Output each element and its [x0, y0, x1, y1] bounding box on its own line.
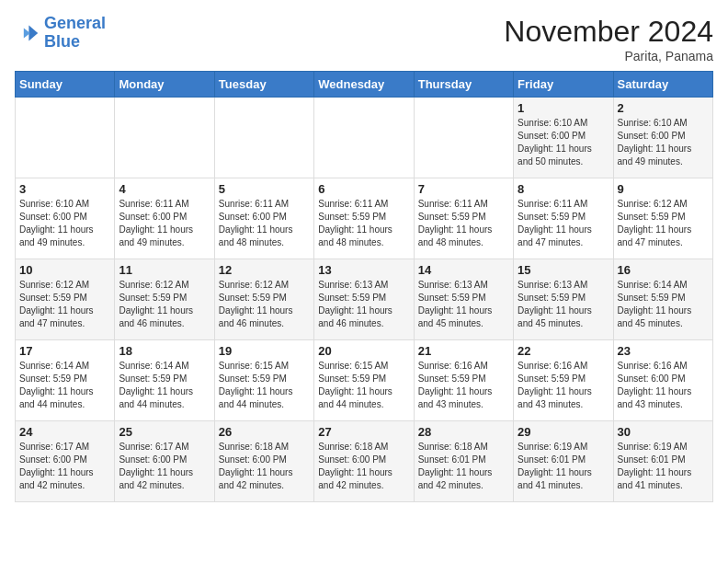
logo-text: General Blue	[44, 15, 106, 52]
cell-info: Sunrise: 6:18 AM Sunset: 6:00 PM Dayligh…	[318, 441, 409, 492]
day-number: 19	[219, 344, 310, 358]
cell-info: Sunrise: 6:16 AM Sunset: 5:59 PM Dayligh…	[418, 360, 509, 411]
day-number: 7	[418, 182, 509, 196]
day-number: 5	[219, 182, 310, 196]
cell-info: Sunrise: 6:10 AM Sunset: 6:00 PM Dayligh…	[518, 117, 609, 168]
calendar-cell: 3Sunrise: 6:10 AM Sunset: 6:00 PM Daylig…	[16, 178, 115, 259]
day-number: 27	[318, 425, 409, 439]
cell-info: Sunrise: 6:18 AM Sunset: 6:01 PM Dayligh…	[418, 441, 509, 492]
header-row: SundayMondayTuesdayWednesdayThursdayFrid…	[16, 72, 713, 98]
calendar-cell: 22Sunrise: 6:16 AM Sunset: 5:59 PM Dayli…	[514, 340, 613, 421]
cell-info: Sunrise: 6:13 AM Sunset: 5:59 PM Dayligh…	[518, 279, 609, 330]
calendar-cell: 18Sunrise: 6:14 AM Sunset: 5:59 PM Dayli…	[115, 340, 214, 421]
calendar-cell: 30Sunrise: 6:19 AM Sunset: 6:01 PM Dayli…	[613, 421, 712, 502]
cell-info: Sunrise: 6:12 AM Sunset: 5:59 PM Dayligh…	[219, 279, 310, 330]
cell-info: Sunrise: 6:15 AM Sunset: 5:59 PM Dayligh…	[318, 360, 409, 411]
calendar-cell: 2Sunrise: 6:10 AM Sunset: 6:00 PM Daylig…	[613, 98, 712, 178]
day-number: 11	[119, 263, 210, 277]
calendar-cell	[314, 98, 414, 178]
calendar-cell: 10Sunrise: 6:12 AM Sunset: 5:59 PM Dayli…	[16, 259, 115, 340]
calendar-cell: 17Sunrise: 6:14 AM Sunset: 5:59 PM Dayli…	[16, 340, 115, 421]
calendar-cell: 14Sunrise: 6:13 AM Sunset: 5:59 PM Dayli…	[414, 259, 513, 340]
calendar-cell	[214, 98, 313, 178]
day-number: 21	[418, 344, 509, 358]
cell-info: Sunrise: 6:16 AM Sunset: 5:59 PM Dayligh…	[518, 360, 609, 411]
cell-info: Sunrise: 6:18 AM Sunset: 6:00 PM Dayligh…	[219, 441, 310, 492]
calendar-cell: 5Sunrise: 6:11 AM Sunset: 6:00 PM Daylig…	[214, 178, 313, 259]
day-number: 10	[19, 263, 110, 277]
day-number: 25	[119, 425, 210, 439]
day-number: 16	[618, 263, 709, 277]
calendar-cell	[16, 98, 115, 178]
day-number: 14	[418, 263, 509, 277]
logo: General Blue	[15, 15, 106, 52]
cell-info: Sunrise: 6:11 AM Sunset: 6:00 PM Dayligh…	[219, 198, 310, 249]
cell-info: Sunrise: 6:14 AM Sunset: 5:59 PM Dayligh…	[19, 360, 110, 411]
day-number: 28	[418, 425, 509, 439]
calendar-cell: 13Sunrise: 6:13 AM Sunset: 5:59 PM Dayli…	[314, 259, 414, 340]
calendar-cell: 23Sunrise: 6:16 AM Sunset: 6:00 PM Dayli…	[613, 340, 712, 421]
location: Parita, Panama	[504, 49, 713, 63]
cell-info: Sunrise: 6:12 AM Sunset: 5:59 PM Dayligh…	[618, 198, 709, 249]
day-header-tuesday: Tuesday	[214, 72, 313, 98]
calendar-cell: 20Sunrise: 6:15 AM Sunset: 5:59 PM Dayli…	[314, 340, 414, 421]
day-number: 9	[618, 182, 709, 196]
day-number: 24	[19, 425, 110, 439]
calendar-cell: 16Sunrise: 6:14 AM Sunset: 5:59 PM Dayli…	[613, 259, 712, 340]
cell-info: Sunrise: 6:15 AM Sunset: 5:59 PM Dayligh…	[219, 360, 310, 411]
cell-info: Sunrise: 6:12 AM Sunset: 5:59 PM Dayligh…	[19, 279, 110, 330]
calendar-cell: 26Sunrise: 6:18 AM Sunset: 6:00 PM Dayli…	[214, 421, 313, 502]
day-header-saturday: Saturday	[613, 72, 712, 98]
calendar-cell: 29Sunrise: 6:19 AM Sunset: 6:01 PM Dayli…	[514, 421, 613, 502]
day-number: 13	[318, 263, 409, 277]
calendar-cell: 11Sunrise: 6:12 AM Sunset: 5:59 PM Dayli…	[115, 259, 214, 340]
day-header-friday: Friday	[514, 72, 613, 98]
day-number: 8	[518, 182, 609, 196]
cell-info: Sunrise: 6:16 AM Sunset: 6:00 PM Dayligh…	[618, 360, 709, 411]
cell-info: Sunrise: 6:10 AM Sunset: 6:00 PM Dayligh…	[19, 198, 110, 249]
day-number: 6	[318, 182, 409, 196]
day-number: 12	[219, 263, 310, 277]
day-header-monday: Monday	[115, 72, 214, 98]
logo-icon	[15, 20, 40, 46]
calendar-cell: 28Sunrise: 6:18 AM Sunset: 6:01 PM Dayli…	[414, 421, 513, 502]
cell-info: Sunrise: 6:14 AM Sunset: 5:59 PM Dayligh…	[119, 360, 210, 411]
day-number: 3	[19, 182, 110, 196]
calendar-cell	[115, 98, 214, 178]
day-number: 17	[19, 344, 110, 358]
calendar-cell: 15Sunrise: 6:13 AM Sunset: 5:59 PM Dayli…	[514, 259, 613, 340]
calendar-cell: 9Sunrise: 6:12 AM Sunset: 5:59 PM Daylig…	[613, 178, 712, 259]
week-row-5: 24Sunrise: 6:17 AM Sunset: 6:00 PM Dayli…	[16, 421, 713, 502]
cell-info: Sunrise: 6:11 AM Sunset: 5:59 PM Dayligh…	[518, 198, 609, 249]
cell-info: Sunrise: 6:17 AM Sunset: 6:00 PM Dayligh…	[119, 441, 210, 492]
day-header-sunday: Sunday	[16, 72, 115, 98]
cell-info: Sunrise: 6:19 AM Sunset: 6:01 PM Dayligh…	[618, 441, 709, 492]
title-block: November 2024 Parita, Panama	[504, 15, 713, 63]
calendar-cell: 24Sunrise: 6:17 AM Sunset: 6:00 PM Dayli…	[16, 421, 115, 502]
cell-info: Sunrise: 6:11 AM Sunset: 5:59 PM Dayligh…	[318, 198, 409, 249]
cell-info: Sunrise: 6:13 AM Sunset: 5:59 PM Dayligh…	[418, 279, 509, 330]
cell-info: Sunrise: 6:12 AM Sunset: 5:59 PM Dayligh…	[119, 279, 210, 330]
day-number: 4	[119, 182, 210, 196]
logo-line1: General	[44, 15, 106, 33]
day-number: 26	[219, 425, 310, 439]
calendar-header: SundayMondayTuesdayWednesdayThursdayFrid…	[16, 72, 713, 98]
day-header-wednesday: Wednesday	[314, 72, 414, 98]
calendar-cell: 27Sunrise: 6:18 AM Sunset: 6:00 PM Dayli…	[314, 421, 414, 502]
calendar-body: 1Sunrise: 6:10 AM Sunset: 6:00 PM Daylig…	[16, 98, 713, 502]
calendar-table: SundayMondayTuesdayWednesdayThursdayFrid…	[15, 71, 713, 502]
cell-info: Sunrise: 6:17 AM Sunset: 6:00 PM Dayligh…	[19, 441, 110, 492]
cell-info: Sunrise: 6:11 AM Sunset: 6:00 PM Dayligh…	[119, 198, 210, 249]
calendar-cell	[414, 98, 513, 178]
calendar-cell: 7Sunrise: 6:11 AM Sunset: 5:59 PM Daylig…	[414, 178, 513, 259]
week-row-4: 17Sunrise: 6:14 AM Sunset: 5:59 PM Dayli…	[16, 340, 713, 421]
calendar-cell: 25Sunrise: 6:17 AM Sunset: 6:00 PM Dayli…	[115, 421, 214, 502]
day-number: 15	[518, 263, 609, 277]
page-header: General Blue November 2024 Parita, Panam…	[15, 15, 713, 63]
day-number: 29	[518, 425, 609, 439]
calendar-cell: 6Sunrise: 6:11 AM Sunset: 5:59 PM Daylig…	[314, 178, 414, 259]
cell-info: Sunrise: 6:14 AM Sunset: 5:59 PM Dayligh…	[618, 279, 709, 330]
cell-info: Sunrise: 6:11 AM Sunset: 5:59 PM Dayligh…	[418, 198, 509, 249]
calendar-cell: 19Sunrise: 6:15 AM Sunset: 5:59 PM Dayli…	[214, 340, 313, 421]
month-title: November 2024	[504, 15, 713, 49]
